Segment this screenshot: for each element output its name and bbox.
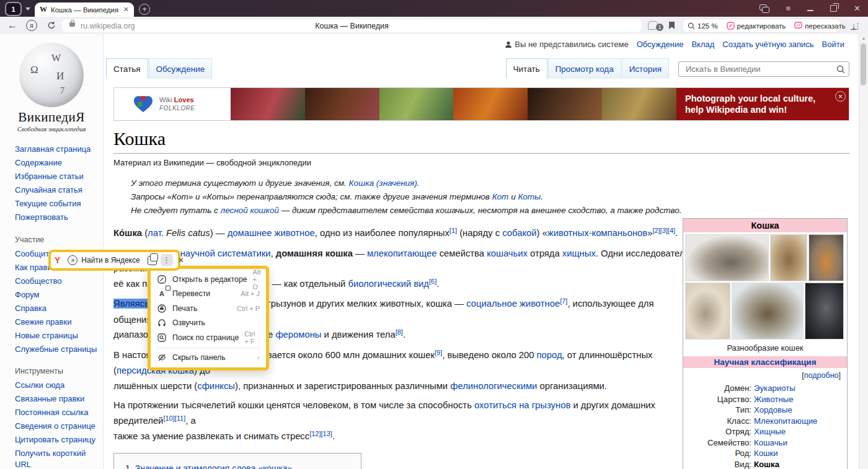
tab-counter-badge[interactable]: 1 xyxy=(5,2,22,16)
chevron-down-icon[interactable] xyxy=(25,7,30,11)
yandex-home-icon[interactable]: я xyxy=(26,17,37,34)
tab-view-source[interactable]: Просмотр кода xyxy=(548,58,621,79)
toc-item[interactable]: 1 Значение и этимология слова «кошка» xyxy=(119,463,356,469)
sidebar-link[interactable]: Служебные страницы xyxy=(15,344,99,355)
downloads-button[interactable]: ↓ xyxy=(851,17,857,34)
scrollbar-up-arrow[interactable]: ▲ xyxy=(859,36,868,40)
tab-read[interactable]: Читать xyxy=(506,58,547,79)
sidebar-link[interactable]: Сведения о странице xyxy=(15,421,99,432)
banner-close-icon[interactable]: ✕ xyxy=(835,91,846,102)
sidebar-link[interactable]: Цитировать страницу xyxy=(15,434,99,445)
menu-item-translate[interactable]: А Перевести Alt + J xyxy=(151,287,266,302)
window-close-icon[interactable]: ✕ xyxy=(854,4,861,12)
sidebar-link[interactable]: Свежие правки xyxy=(15,317,99,328)
cat-photo-orange-white[interactable] xyxy=(808,234,844,281)
minimize-icon[interactable] xyxy=(807,10,813,11)
tab-article[interactable]: Статья xyxy=(106,58,148,79)
retell-button[interactable]: пересказать xyxy=(794,22,845,30)
sidebar-link[interactable]: Постоянная ссылка xyxy=(15,407,99,418)
user-icon xyxy=(505,41,512,48)
tab-close-icon[interactable]: ✕ xyxy=(123,6,129,14)
bookmark-icon[interactable] xyxy=(668,17,675,34)
reload-button[interactable] xyxy=(47,17,56,34)
sidebar-link[interactable]: Ссылки сюда xyxy=(15,380,99,391)
zoom-control[interactable]: 125 % xyxy=(688,22,718,30)
userbar-link-talk[interactable]: Обсуждение xyxy=(637,40,684,49)
chat-panel-icon[interactable] xyxy=(760,4,769,13)
sidebar-link[interactable]: Содержание xyxy=(15,157,99,169)
editor-pen-icon xyxy=(727,22,735,30)
cat-photo-abyssinian[interactable] xyxy=(770,234,807,281)
tab-history[interactable]: История xyxy=(622,58,669,79)
address-bar[interactable]: ru.wikipedia.org Кошка — Википедия xyxy=(62,19,642,32)
tab-discussion[interactable]: Обсуждение xyxy=(149,58,213,79)
userbar-link-login[interactable]: Войти xyxy=(822,40,844,49)
sidebar-link[interactable]: Случайная статья xyxy=(15,185,99,196)
article-paragraph: Ко́шка (лат. Felis catus) — домашнее жив… xyxy=(113,226,691,242)
cat-photo-gray[interactable] xyxy=(805,283,844,340)
article-tagline: Материал из Википедии — свободной энцикл… xyxy=(113,158,849,167)
wiki-loves-folklore-banner[interactable]: Wiki Loves FOLKLORE Photograph your loc xyxy=(113,87,849,121)
tab-group-button[interactable]: 1 xyxy=(5,2,30,16)
sidebar-link[interactable]: Заглавная страница xyxy=(15,144,99,155)
banner-message[interactable]: Photograph your local culture, help Wiki… xyxy=(676,88,849,120)
copy-icon[interactable] xyxy=(148,256,157,265)
browser-menu-icon[interactable]: ≡ xyxy=(786,4,791,12)
page-scrollbar[interactable]: ▲ xyxy=(859,34,868,469)
details-link[interactable]: [подробно] xyxy=(683,368,847,382)
sidebar-link[interactable]: Получить короткий URL xyxy=(15,448,99,469)
tab-title: Кошка — Википедия xyxy=(51,6,120,14)
menu-item-find-on-page[interactable]: Поиск по странице Ctrl + F xyxy=(151,330,266,345)
scrollbar-thumb[interactable] xyxy=(861,43,866,85)
taxonomy-row: Род: Кошки xyxy=(683,448,842,459)
sci-classification-header[interactable]: Научная классификация xyxy=(683,356,847,368)
printer-icon xyxy=(157,304,167,313)
wiki-search-input[interactable] xyxy=(684,64,836,74)
sidebar-link[interactable]: Форум xyxy=(15,289,99,300)
browser-tab-active[interactable]: W Кошка — Википедия ✕ xyxy=(35,2,134,17)
sidebar-link[interactable]: Справка xyxy=(15,303,99,314)
wiki-search-box[interactable] xyxy=(678,61,849,77)
wikipedia-wordmark[interactable]: ВикипедиЯ xyxy=(0,110,103,125)
new-tab-button[interactable]: + xyxy=(139,4,150,15)
banner-photo xyxy=(453,88,528,120)
search-icon[interactable] xyxy=(836,65,845,74)
banner-photo xyxy=(305,88,379,120)
panel-more-button[interactable]: ⋮ xyxy=(161,254,173,266)
maximize-icon[interactable] xyxy=(830,5,837,12)
cat-photo-siamese[interactable] xyxy=(685,283,730,340)
cat-photo-tabby-snow[interactable] xyxy=(732,283,804,340)
userbar-link-create-account[interactable]: Создать учётную запись xyxy=(722,40,813,49)
menu-item-hide-panel[interactable]: Скрыть панель › xyxy=(151,351,266,366)
browser-tab-bar: 1 W Кошка — Википедия ✕ + ≡ ✕ xyxy=(0,0,868,17)
back-button[interactable]: ← xyxy=(7,17,17,34)
browser-toolbar: ← я ru.wikipedia.org Кошка — Википедия 1… xyxy=(0,17,868,35)
sidebar-link[interactable]: Текущие события xyxy=(15,198,99,209)
sidebar-link[interactable]: Избранные статьи xyxy=(15,171,99,182)
banner-photo-strip xyxy=(231,88,676,120)
sidebar-link[interactable]: Пожертвовать xyxy=(15,212,99,223)
panel-close-icon[interactable]: ✕ xyxy=(178,256,184,265)
wiki-content: Вы не представились системе Обсуждение В… xyxy=(103,34,859,469)
sidebar-link[interactable]: Связанные правки xyxy=(15,393,99,405)
taxonomy-row: Отряд: Хищные xyxy=(683,426,842,437)
hatnote: Не следует путать с лесной кошкой — дики… xyxy=(131,204,849,217)
wikipedia-globe-logo[interactable]: Ω W И 7 xyxy=(19,43,84,107)
yandex-logo-icon: Y xyxy=(55,255,60,265)
cat-photo-tabby-lying[interactable] xyxy=(685,234,769,281)
find-on-page-icon xyxy=(157,333,167,343)
menu-item-voice[interactable]: Озвучить xyxy=(151,316,266,331)
menu-item-open-in-editor[interactable]: Открыть в редакторе Alt + O xyxy=(151,272,266,287)
sidebar-link[interactable]: Новые страницы xyxy=(15,330,99,341)
edit-page-button[interactable]: редактировать xyxy=(727,22,786,30)
taxonomy-row: Царство: Животные xyxy=(683,394,842,405)
sidebar-section-title: Инструменты xyxy=(15,367,99,375)
taxonomy-table: Домен: Эукариоты Царство: Животные Тип: xyxy=(683,382,847,469)
userbar-link-contribs[interactable]: Вклад xyxy=(691,40,714,49)
menu-item-print[interactable]: Печать Ctrl + P xyxy=(151,301,266,316)
protect-icon[interactable]: 1 xyxy=(648,17,663,34)
sidebar-link[interactable]: Сообщество xyxy=(15,276,99,287)
hatnotes: У этого термина существуют и другие знач… xyxy=(113,177,849,217)
find-in-yandex-button[interactable]: Найти в Яндексе xyxy=(81,256,140,265)
taxonomy-row: Семейство: Кошачьи xyxy=(683,437,842,449)
